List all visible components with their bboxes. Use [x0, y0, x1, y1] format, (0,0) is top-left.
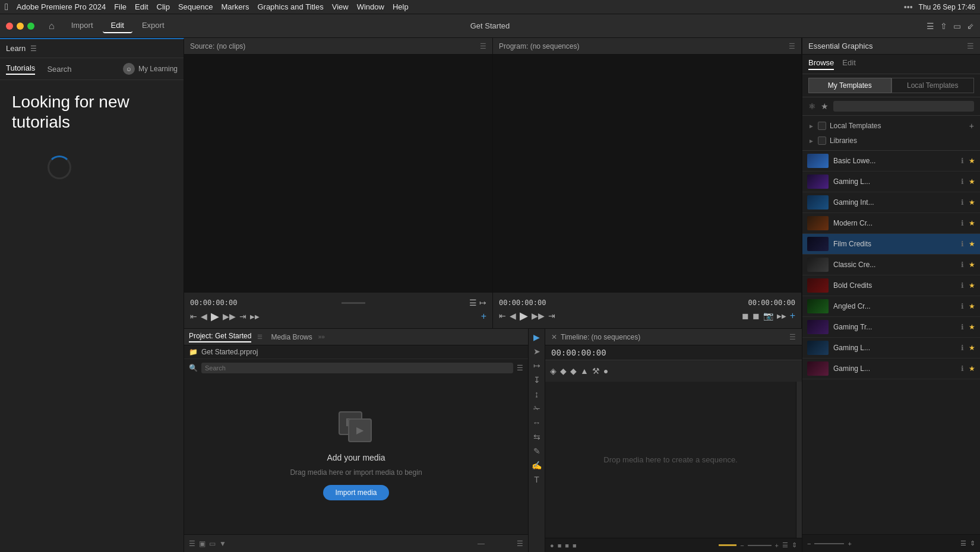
- clip-menu[interactable]: Clip: [157, 2, 170, 11]
- template-info-icon[interactable]: ℹ: [961, 344, 964, 352]
- play-icon[interactable]: ▶: [211, 310, 219, 323]
- type-tool[interactable]: T: [534, 475, 539, 484]
- app-name-menu[interactable]: Adobe Premiere Pro 2024: [17, 2, 106, 11]
- source-expand-icon[interactable]: ↦: [479, 298, 486, 307]
- icon-view-icon[interactable]: ▣: [199, 540, 206, 548]
- template-star-icon[interactable]: ★: [969, 219, 975, 227]
- template-star-icon[interactable]: ★: [969, 261, 975, 269]
- step-fwd-icon[interactable]: ⇥: [239, 312, 246, 321]
- tl-ctrl-2[interactable]: ◆: [560, 366, 567, 376]
- maximize-button[interactable]: [27, 23, 34, 30]
- tbb-menu[interactable]: ☰: [782, 541, 788, 549]
- program-menu-icon[interactable]: ☰: [789, 42, 795, 50]
- eg-zoom-slider[interactable]: [814, 543, 844, 544]
- edit-menu[interactable]: Edit: [135, 2, 148, 11]
- eg-subtab-my-templates[interactable]: My Templates: [808, 78, 892, 93]
- metadata-icon[interactable]: ▼: [219, 540, 226, 548]
- panels-icon[interactable]: ▭: [953, 21, 961, 31]
- eg-tree-local-templates[interactable]: ► Local Templates +: [802, 118, 980, 134]
- eg-zoom-in[interactable]: +: [848, 540, 851, 547]
- zoom-slider[interactable]: —: [478, 540, 513, 548]
- timeline-menu-icon[interactable]: ☰: [789, 333, 796, 341]
- template-info-icon[interactable]: ℹ: [961, 157, 964, 165]
- source-add-icon[interactable]: +: [481, 311, 486, 322]
- template-info-icon[interactable]: ℹ: [961, 261, 964, 269]
- learn-menu-icon[interactable]: ☰: [30, 45, 37, 53]
- eg-tab-edit[interactable]: Edit: [842, 58, 855, 70]
- tl-ctrl-4[interactable]: ▲: [580, 366, 589, 376]
- sequence-menu[interactable]: Sequence: [178, 2, 213, 11]
- template-info-icon[interactable]: ℹ: [961, 219, 964, 227]
- tab-tutorials[interactable]: Tutorials: [6, 64, 35, 75]
- program-add-icon[interactable]: +: [790, 310, 795, 321]
- eg-star-filter-icon[interactable]: ★: [821, 101, 829, 111]
- template-item[interactable]: Classic Cre...ℹ★: [802, 255, 980, 275]
- project-tab[interactable]: Project: Get Started: [189, 332, 251, 342]
- source-menu-icon[interactable]: ☰: [480, 42, 486, 50]
- template-info-icon[interactable]: ℹ: [961, 323, 964, 331]
- template-star-icon[interactable]: ★: [969, 364, 975, 373]
- tbb-zoom-slider[interactable]: [748, 545, 772, 546]
- eg-subtab-local-templates[interactable]: Local Templates: [892, 78, 975, 93]
- apple-menu[interactable]: : [5, 2, 8, 12]
- template-item[interactable]: Film Creditsℹ★: [802, 234, 980, 255]
- template-item[interactable]: Bold Creditsℹ★: [802, 275, 980, 296]
- footer-menu[interactable]: ☰: [517, 540, 523, 548]
- razor-tool[interactable]: ✁: [533, 404, 540, 413]
- my-learning-btn[interactable]: ☺ My Learning: [123, 63, 178, 75]
- template-info-icon[interactable]: ℹ: [961, 240, 964, 248]
- eg-zoom-out[interactable]: −: [807, 540, 811, 547]
- template-info-icon[interactable]: ℹ: [961, 364, 964, 373]
- eg-tree-libraries[interactable]: ► Libraries: [802, 134, 980, 148]
- template-star-icon[interactable]: ★: [969, 157, 975, 165]
- window-menu[interactable]: Window: [357, 2, 384, 11]
- template-star-icon[interactable]: ★: [969, 323, 975, 331]
- hand-tool[interactable]: ✍: [532, 461, 542, 470]
- selection-tool[interactable]: ▶: [533, 332, 540, 342]
- rolling-edit-tool[interactable]: ↧: [533, 375, 540, 385]
- template-star-icon[interactable]: ★: [969, 198, 975, 207]
- template-star-icon[interactable]: ★: [969, 177, 975, 186]
- tbb-icon-2[interactable]: ■: [558, 542, 562, 549]
- tbb-zoom-in[interactable]: +: [775, 542, 779, 549]
- slip-tool[interactable]: ↔: [533, 418, 541, 427]
- fullscreen-icon[interactable]: ⇙: [967, 21, 974, 31]
- template-item[interactable]: Gaming Tr...ℹ★: [802, 317, 980, 338]
- markers-menu[interactable]: Markers: [221, 2, 249, 11]
- tl-ctrl-1[interactable]: ◈: [550, 366, 557, 376]
- shuttle-fwd-icon[interactable]: ▶▶: [250, 313, 260, 320]
- prog-next-frame[interactable]: ▶▶: [532, 311, 545, 321]
- template-star-icon[interactable]: ★: [969, 240, 975, 248]
- file-menu[interactable]: File: [114, 2, 127, 11]
- project-search-input[interactable]: [201, 363, 513, 373]
- track-select-tool[interactable]: ➤: [533, 347, 540, 356]
- project-header-menu[interactable]: ☰: [257, 334, 263, 340]
- timeline-scrollbar[interactable]: [796, 382, 802, 538]
- template-item[interactable]: Gaming L...ℹ★: [802, 172, 980, 192]
- help-menu[interactable]: Help: [393, 2, 409, 11]
- prog-play[interactable]: ▶: [520, 309, 528, 322]
- close-button[interactable]: [6, 23, 13, 30]
- tbb-icon-3[interactable]: ■: [565, 542, 569, 549]
- tbb-icon-4[interactable]: ■: [573, 542, 577, 549]
- view-menu[interactable]: View: [332, 2, 349, 11]
- tab-edit[interactable]: Edit: [103, 18, 132, 33]
- template-star-icon[interactable]: ★: [969, 344, 975, 352]
- slide-tool[interactable]: ⇆: [533, 432, 540, 442]
- template-item[interactable]: Gaming L...ℹ★: [802, 359, 980, 379]
- template-item[interactable]: Basic Lowe...ℹ★: [802, 151, 980, 172]
- tab-search[interactable]: Search: [47, 65, 71, 74]
- template-info-icon[interactable]: ℹ: [961, 177, 964, 186]
- prog-step-back[interactable]: ⇤: [499, 311, 506, 321]
- tbb-expand[interactable]: ⇕: [792, 541, 797, 549]
- prog-extract[interactable]: ◼: [753, 311, 760, 321]
- template-info-icon[interactable]: ℹ: [961, 281, 964, 290]
- next-frame-icon[interactable]: ▶▶: [223, 312, 236, 321]
- eg-tab-browse[interactable]: Browse: [808, 58, 834, 70]
- share-icon[interactable]: ⇧: [940, 21, 947, 31]
- prog-step-fwd[interactable]: ⇥: [548, 311, 555, 321]
- tab-export[interactable]: Export: [134, 18, 173, 33]
- ripple-edit-tool[interactable]: ↦: [533, 361, 540, 370]
- eg-menu-icon[interactable]: ☰: [967, 42, 974, 50]
- template-item[interactable]: Gaming Int...ℹ★: [802, 192, 980, 213]
